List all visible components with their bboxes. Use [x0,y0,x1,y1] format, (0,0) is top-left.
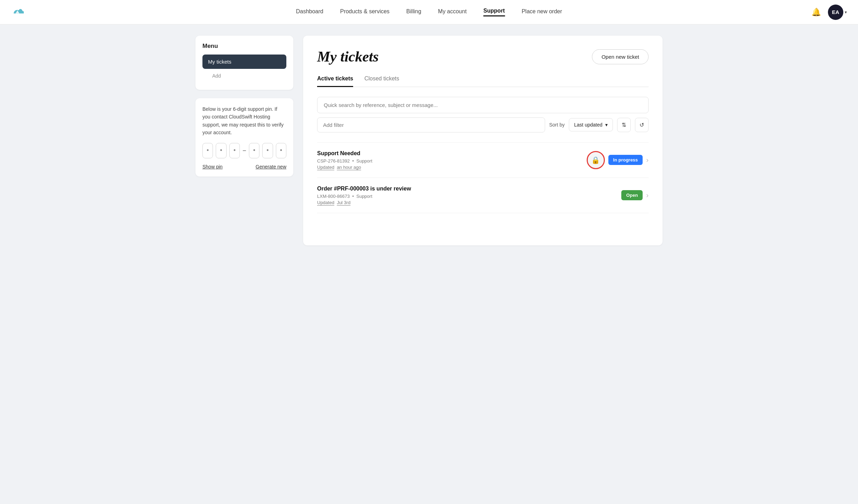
sidebar-item-add[interactable]: Add [202,69,286,83]
topbar: Dashboard Products & services Billing My… [0,0,858,24]
pin-separator: – [243,147,246,154]
pin-boxes: • • • – • • • [202,143,286,158]
status-badge-2: Open [621,190,643,200]
sidebar-item-my-tickets[interactable]: My tickets [202,55,286,69]
pin-digit-5: • [262,143,273,158]
ticket-chevron-icon-1[interactable]: › [646,156,649,164]
filter-input[interactable] [317,117,545,132]
divider-3 [317,213,649,213]
refresh-button[interactable]: ↺ [635,118,649,132]
ticket-updated-1: Updated an hour ago [317,165,581,170]
refresh-icon: ↺ [639,122,644,128]
generate-new-link[interactable]: Generate new [256,164,286,170]
sort-order-icon: ⇅ [622,122,626,128]
sidebar: Menu My tickets Add Below is your 6-digi… [195,36,293,245]
ticket-title-2: Order #PRF-000003 is under review [317,186,616,192]
open-new-ticket-button[interactable]: Open new ticket [592,49,649,64]
ticket-dept-1: Support [356,158,372,164]
main-nav: Dashboard Products & services Billing My… [296,8,562,16]
user-avatar-menu[interactable]: EA ▾ [828,5,847,20]
nav-my-account[interactable]: My account [438,8,467,16]
ticket-actions-2: Open › [621,190,649,200]
tab-active-tickets[interactable]: Active tickets [317,75,353,87]
sidebar-pin-card: Below is your 6-digit support pin. If yo… [195,98,293,177]
ticket-dept-2: Support [356,194,372,199]
tab-closed-tickets[interactable]: Closed tickets [364,75,399,87]
ticket-meta-2: LXM-800-86673 • Support [317,194,616,199]
pin-actions: Show pin Generate new [202,164,286,170]
main-header: My tickets Open new ticket [317,48,649,65]
sidebar-menu-card: Menu My tickets Add [195,36,293,90]
sort-select[interactable]: Last updated ▾ [569,118,613,131]
ticket-updated-2: Updated Jul 3rd [317,200,616,205]
pin-digit-6: • [276,143,286,158]
page-content: Menu My tickets Add Below is your 6-digi… [184,24,674,257]
sort-value: Last updated [574,122,602,128]
ticket-ref-1: CSP-276-81392 [317,158,350,164]
filter-row: Sort by Last updated ▾ ⇅ ↺ [317,117,649,132]
nav-support[interactable]: Support [484,8,505,16]
nav-products[interactable]: Products & services [340,8,389,16]
sidebar-menu-title: Menu [202,43,286,50]
status-badge-1: In progress [608,155,643,165]
notifications-icon[interactable]: 🔔 [811,8,821,17]
pin-digit-3: • [229,143,240,158]
nav-billing[interactable]: Billing [406,8,421,16]
sort-by-label: Sort by [549,122,565,128]
avatar-chevron-icon: ▾ [845,10,847,15]
ticket-chevron-icon-2[interactable]: › [646,191,649,199]
nav-dashboard[interactable]: Dashboard [296,8,323,16]
lock-circle-icon: 🔒 [587,151,605,169]
pin-digit-4: • [249,143,259,158]
tabs: Active tickets Closed tickets [317,75,649,87]
ticket-updated-time-2: Jul 3rd [337,200,350,205]
table-row: Order #PRF-000003 is under review LXM-80… [317,178,649,213]
main-area: My tickets Open new ticket Active ticket… [303,36,663,245]
topbar-right: 🔔 EA ▾ [811,5,847,20]
sort-order-button[interactable]: ⇅ [617,118,631,132]
logo[interactable] [11,6,24,19]
page-title: My tickets [317,48,379,65]
ticket-updated-label-2: Updated [317,200,334,205]
pin-digit-2: • [216,143,226,158]
pin-description: Below is your 6-digit support pin. If yo… [202,105,286,137]
ticket-updated-label-1: Updated [317,165,334,170]
avatar: EA [828,5,843,20]
table-row: Support Needed CSP-276-81392 • Support U… [317,143,649,178]
search-input[interactable] [317,97,649,113]
ticket-ref-2: LXM-800-86673 [317,194,350,199]
ticket-info-2: Order #PRF-000003 is under review LXM-80… [317,186,616,205]
ticket-meta-1: CSP-276-81392 • Support [317,158,581,164]
sort-chevron-icon: ▾ [605,122,608,128]
ticket-updated-time-1: an hour ago [337,165,361,170]
show-pin-link[interactable]: Show pin [202,164,223,170]
ticket-title-1: Support Needed [317,150,581,157]
nav-place-order[interactable]: Place new order [522,8,562,16]
ticket-actions-1: 🔒 In progress › [587,151,649,169]
ticket-info-1: Support Needed CSP-276-81392 • Support U… [317,150,581,170]
pin-digit-1: • [202,143,213,158]
